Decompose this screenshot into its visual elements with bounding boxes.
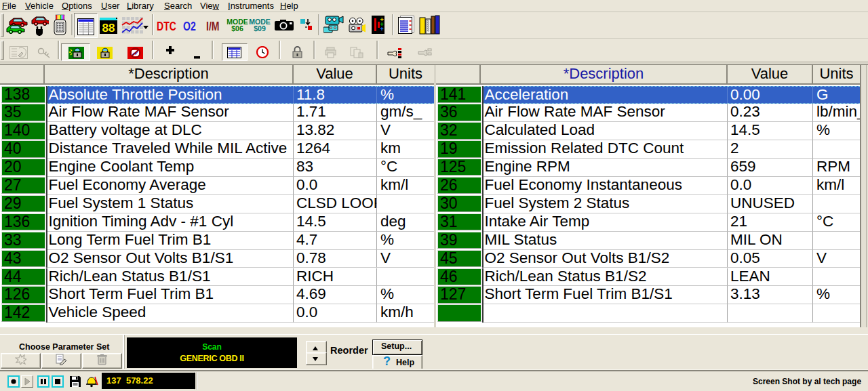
svg-text:88: 88 [102,22,115,34]
svg-text:+: + [380,26,384,33]
